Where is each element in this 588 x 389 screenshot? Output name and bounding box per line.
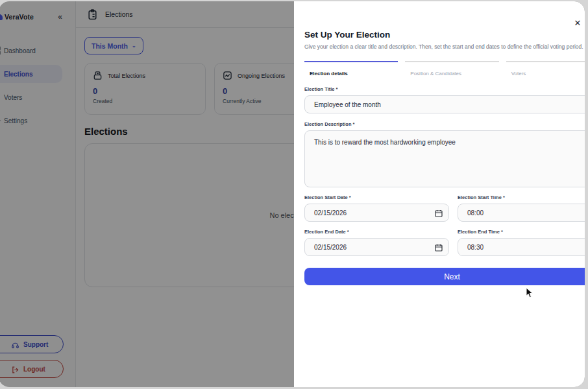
end-date-label: Election End Date * (304, 229, 449, 235)
app-window: VeraVote « Dashboard Elections Voters (0, 1, 585, 387)
end-time-label: Election End Time * (458, 229, 585, 235)
election-title-label: Election Title * (304, 86, 585, 92)
start-time-label: Election Start Time * (458, 194, 585, 200)
modal-subtitle: Give your election a clear title and des… (304, 43, 585, 50)
tab-voters[interactable]: Voters (506, 61, 585, 78)
election-title-input[interactable] (304, 95, 585, 113)
start-time-input[interactable] (458, 204, 585, 222)
next-button[interactable]: Next (304, 268, 585, 285)
setup-election-modal: ✕ Set Up Your Election Give your electio… (294, 1, 585, 387)
end-time-input[interactable] (458, 238, 585, 256)
start-date-label: Election Start Date * (304, 194, 449, 200)
tab-election-details[interactable]: Election details (304, 61, 398, 78)
start-date-input[interactable] (304, 204, 449, 222)
tab-position-candidates[interactable]: Position & Candidates (405, 61, 498, 78)
election-description-input[interactable]: This is to reward the most hardworking e… (304, 130, 585, 187)
end-date-input[interactable] (304, 238, 449, 256)
election-description-label: Election Description * (304, 121, 585, 127)
wizard-steps: Election details Position & Candidates V… (304, 61, 585, 78)
election-form: Election Title * Election Description * … (304, 86, 585, 285)
modal-title: Set Up Your Election (304, 30, 585, 40)
close-icon[interactable]: ✕ (572, 18, 583, 29)
